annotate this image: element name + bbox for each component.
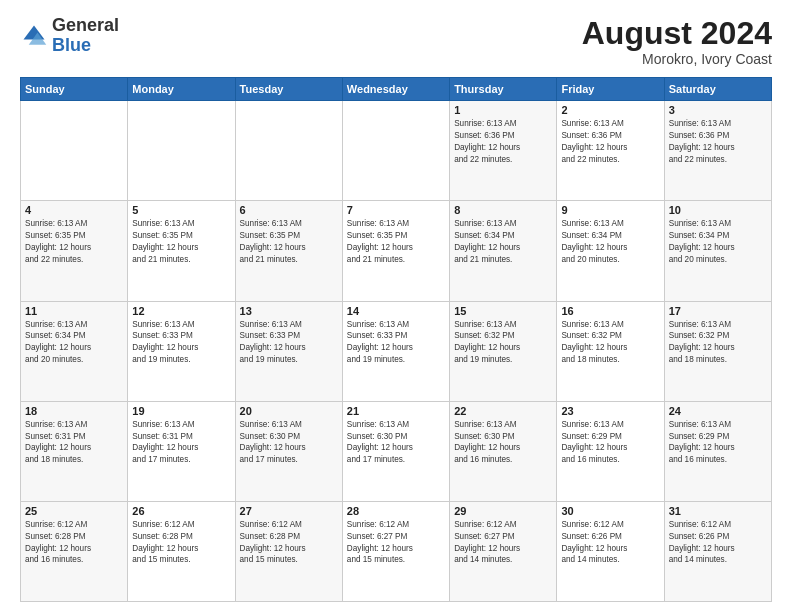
day-number: 6 <box>240 204 338 216</box>
day-number: 31 <box>669 505 767 517</box>
day-number: 29 <box>454 505 552 517</box>
day-info: Sunrise: 6:13 AM Sunset: 6:34 PM Dayligh… <box>561 218 659 266</box>
calendar-cell: 6Sunrise: 6:13 AM Sunset: 6:35 PM Daylig… <box>235 201 342 301</box>
day-info: Sunrise: 6:12 AM Sunset: 6:27 PM Dayligh… <box>347 519 445 567</box>
calendar-week-3: 11Sunrise: 6:13 AM Sunset: 6:34 PM Dayli… <box>21 301 772 401</box>
logo-text: General Blue <box>52 16 119 56</box>
day-number: 15 <box>454 305 552 317</box>
day-info: Sunrise: 6:13 AM Sunset: 6:34 PM Dayligh… <box>25 319 123 367</box>
day-info: Sunrise: 6:12 AM Sunset: 6:28 PM Dayligh… <box>240 519 338 567</box>
month-year: August 2024 <box>582 16 772 51</box>
col-header-tuesday: Tuesday <box>235 78 342 101</box>
day-info: Sunrise: 6:13 AM Sunset: 6:31 PM Dayligh… <box>25 419 123 467</box>
calendar-cell: 21Sunrise: 6:13 AM Sunset: 6:30 PM Dayli… <box>342 401 449 501</box>
day-number: 13 <box>240 305 338 317</box>
day-number: 3 <box>669 104 767 116</box>
day-number: 1 <box>454 104 552 116</box>
logo-general: General <box>52 15 119 35</box>
logo: General Blue <box>20 16 119 56</box>
col-header-thursday: Thursday <box>450 78 557 101</box>
day-info: Sunrise: 6:13 AM Sunset: 6:35 PM Dayligh… <box>240 218 338 266</box>
day-number: 11 <box>25 305 123 317</box>
col-header-saturday: Saturday <box>664 78 771 101</box>
calendar-cell: 13Sunrise: 6:13 AM Sunset: 6:33 PM Dayli… <box>235 301 342 401</box>
day-number: 23 <box>561 405 659 417</box>
calendar-cell: 8Sunrise: 6:13 AM Sunset: 6:34 PM Daylig… <box>450 201 557 301</box>
calendar-cell: 5Sunrise: 6:13 AM Sunset: 6:35 PM Daylig… <box>128 201 235 301</box>
day-info: Sunrise: 6:13 AM Sunset: 6:35 PM Dayligh… <box>132 218 230 266</box>
col-header-wednesday: Wednesday <box>342 78 449 101</box>
calendar-week-5: 25Sunrise: 6:12 AM Sunset: 6:28 PM Dayli… <box>21 501 772 601</box>
day-info: Sunrise: 6:13 AM Sunset: 6:35 PM Dayligh… <box>25 218 123 266</box>
calendar-cell: 26Sunrise: 6:12 AM Sunset: 6:28 PM Dayli… <box>128 501 235 601</box>
calendar-cell <box>342 101 449 201</box>
calendar-cell: 3Sunrise: 6:13 AM Sunset: 6:36 PM Daylig… <box>664 101 771 201</box>
logo-icon <box>20 22 48 50</box>
day-number: 4 <box>25 204 123 216</box>
calendar-cell: 22Sunrise: 6:13 AM Sunset: 6:30 PM Dayli… <box>450 401 557 501</box>
location: Morokro, Ivory Coast <box>582 51 772 67</box>
day-info: Sunrise: 6:12 AM Sunset: 6:28 PM Dayligh… <box>132 519 230 567</box>
day-info: Sunrise: 6:13 AM Sunset: 6:33 PM Dayligh… <box>347 319 445 367</box>
day-info: Sunrise: 6:13 AM Sunset: 6:30 PM Dayligh… <box>347 419 445 467</box>
day-info: Sunrise: 6:13 AM Sunset: 6:31 PM Dayligh… <box>132 419 230 467</box>
calendar-cell: 12Sunrise: 6:13 AM Sunset: 6:33 PM Dayli… <box>128 301 235 401</box>
day-info: Sunrise: 6:13 AM Sunset: 6:29 PM Dayligh… <box>669 419 767 467</box>
calendar-cell: 17Sunrise: 6:13 AM Sunset: 6:32 PM Dayli… <box>664 301 771 401</box>
col-header-sunday: Sunday <box>21 78 128 101</box>
calendar-cell: 11Sunrise: 6:13 AM Sunset: 6:34 PM Dayli… <box>21 301 128 401</box>
calendar-cell: 23Sunrise: 6:13 AM Sunset: 6:29 PM Dayli… <box>557 401 664 501</box>
calendar-header-row: SundayMondayTuesdayWednesdayThursdayFrid… <box>21 78 772 101</box>
calendar-cell <box>21 101 128 201</box>
calendar-week-2: 4Sunrise: 6:13 AM Sunset: 6:35 PM Daylig… <box>21 201 772 301</box>
calendar-cell: 4Sunrise: 6:13 AM Sunset: 6:35 PM Daylig… <box>21 201 128 301</box>
day-info: Sunrise: 6:13 AM Sunset: 6:33 PM Dayligh… <box>132 319 230 367</box>
day-number: 5 <box>132 204 230 216</box>
day-info: Sunrise: 6:13 AM Sunset: 6:30 PM Dayligh… <box>240 419 338 467</box>
calendar-cell: 31Sunrise: 6:12 AM Sunset: 6:26 PM Dayli… <box>664 501 771 601</box>
day-info: Sunrise: 6:13 AM Sunset: 6:34 PM Dayligh… <box>454 218 552 266</box>
day-number: 25 <box>25 505 123 517</box>
day-number: 10 <box>669 204 767 216</box>
day-number: 20 <box>240 405 338 417</box>
calendar-cell: 30Sunrise: 6:12 AM Sunset: 6:26 PM Dayli… <box>557 501 664 601</box>
day-number: 9 <box>561 204 659 216</box>
day-number: 26 <box>132 505 230 517</box>
day-info: Sunrise: 6:13 AM Sunset: 6:30 PM Dayligh… <box>454 419 552 467</box>
calendar-cell: 25Sunrise: 6:12 AM Sunset: 6:28 PM Dayli… <box>21 501 128 601</box>
day-number: 7 <box>347 204 445 216</box>
day-info: Sunrise: 6:13 AM Sunset: 6:32 PM Dayligh… <box>561 319 659 367</box>
calendar-cell: 9Sunrise: 6:13 AM Sunset: 6:34 PM Daylig… <box>557 201 664 301</box>
day-number: 19 <box>132 405 230 417</box>
calendar-cell: 24Sunrise: 6:13 AM Sunset: 6:29 PM Dayli… <box>664 401 771 501</box>
day-number: 8 <box>454 204 552 216</box>
day-number: 16 <box>561 305 659 317</box>
day-info: Sunrise: 6:13 AM Sunset: 6:36 PM Dayligh… <box>669 118 767 166</box>
header: General Blue August 2024 Morokro, Ivory … <box>20 16 772 67</box>
col-header-friday: Friday <box>557 78 664 101</box>
day-number: 24 <box>669 405 767 417</box>
day-info: Sunrise: 6:12 AM Sunset: 6:26 PM Dayligh… <box>669 519 767 567</box>
day-number: 12 <box>132 305 230 317</box>
calendar-cell: 2Sunrise: 6:13 AM Sunset: 6:36 PM Daylig… <box>557 101 664 201</box>
col-header-monday: Monday <box>128 78 235 101</box>
calendar-cell: 27Sunrise: 6:12 AM Sunset: 6:28 PM Dayli… <box>235 501 342 601</box>
calendar-cell: 10Sunrise: 6:13 AM Sunset: 6:34 PM Dayli… <box>664 201 771 301</box>
calendar-cell: 29Sunrise: 6:12 AM Sunset: 6:27 PM Dayli… <box>450 501 557 601</box>
calendar-cell: 16Sunrise: 6:13 AM Sunset: 6:32 PM Dayli… <box>557 301 664 401</box>
day-info: Sunrise: 6:13 AM Sunset: 6:29 PM Dayligh… <box>561 419 659 467</box>
day-info: Sunrise: 6:13 AM Sunset: 6:35 PM Dayligh… <box>347 218 445 266</box>
logo-blue: Blue <box>52 35 91 55</box>
day-info: Sunrise: 6:13 AM Sunset: 6:34 PM Dayligh… <box>669 218 767 266</box>
day-number: 2 <box>561 104 659 116</box>
calendar-cell <box>128 101 235 201</box>
calendar-table: SundayMondayTuesdayWednesdayThursdayFrid… <box>20 77 772 602</box>
calendar-week-1: 1Sunrise: 6:13 AM Sunset: 6:36 PM Daylig… <box>21 101 772 201</box>
day-info: Sunrise: 6:13 AM Sunset: 6:36 PM Dayligh… <box>561 118 659 166</box>
day-number: 17 <box>669 305 767 317</box>
day-info: Sunrise: 6:12 AM Sunset: 6:27 PM Dayligh… <box>454 519 552 567</box>
day-number: 21 <box>347 405 445 417</box>
day-info: Sunrise: 6:13 AM Sunset: 6:36 PM Dayligh… <box>454 118 552 166</box>
day-number: 14 <box>347 305 445 317</box>
calendar-cell: 20Sunrise: 6:13 AM Sunset: 6:30 PM Dayli… <box>235 401 342 501</box>
